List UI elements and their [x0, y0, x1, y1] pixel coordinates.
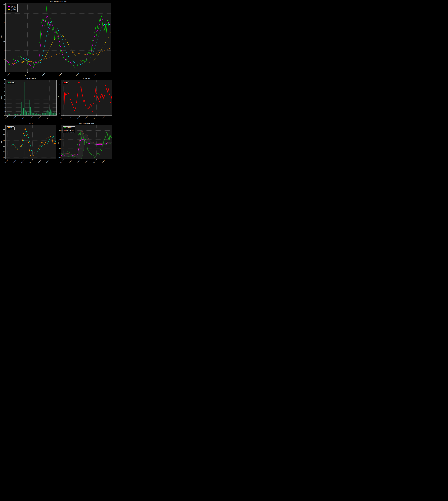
legend-item: 5-day MA — [8, 6, 16, 7]
svg-text:80: 80 — [59, 84, 61, 85]
svg-text:2025-05: 2025-05 — [93, 160, 97, 163]
svg-text:2025-03: 2025-03 — [30, 116, 33, 119]
legend-label: 50-day MA — [11, 9, 16, 10]
svg-text:2025-05: 2025-05 — [38, 160, 41, 163]
signal-swatch — [8, 129, 10, 129]
svg-text:1.50: 1.50 — [3, 31, 5, 32]
rsi-swatch — [64, 82, 65, 83]
volume-offset-label: 1e7 — [4, 79, 6, 80]
volume-title: Volume and OBV — [6, 78, 57, 79]
svg-text:2025-01: 2025-01 — [42, 73, 45, 76]
svg-text:0.0: 0.0 — [3, 146, 5, 147]
svg-text:20: 20 — [59, 113, 61, 114]
vwap-swatch — [64, 129, 65, 129]
svg-text:1.25: 1.25 — [59, 144, 61, 145]
svg-text:2025-07: 2025-07 — [101, 160, 105, 163]
svg-text:2025-01: 2025-01 — [77, 160, 80, 163]
svg-text:1.75: 1.75 — [59, 135, 61, 136]
svg-text:0.50: 0.50 — [3, 69, 5, 70]
svg-text:2025-01: 2025-01 — [77, 116, 80, 119]
price-ma-title: Price and Moving Averages — [5, 0, 111, 2]
svg-text:2025-07: 2025-07 — [93, 73, 97, 76]
svg-text:2025-01: 2025-01 — [21, 160, 25, 163]
svg-text:2024-09: 2024-09 — [60, 116, 64, 119]
svg-text:1.75: 1.75 — [3, 22, 5, 23]
svg-text:2024-11: 2024-11 — [13, 116, 16, 119]
legend-item: VWAP BB Upper — [64, 130, 74, 131]
vwap-bb-upper-swatch — [64, 130, 65, 131]
svg-text:0.50: 0.50 — [59, 157, 61, 158]
svg-text:2.00: 2.00 — [59, 130, 61, 131]
svg-text:2.00: 2.00 — [3, 13, 5, 14]
rsi-chart: 2024-092024-112025-012025-032025-052025-… — [61, 80, 112, 115]
svg-text:-0.2: -0.2 — [3, 157, 5, 158]
legend-label: RSI — [66, 82, 68, 83]
macd-title: MACD — [5, 123, 56, 124]
legend-item: Close Price — [64, 127, 74, 128]
svg-text:2024-09: 2024-09 — [7, 73, 10, 76]
svg-text:2025-05: 2025-05 — [93, 116, 97, 119]
volume-swatch — [8, 82, 10, 83]
close-price-swatch — [8, 5, 10, 5]
svg-text:70: 70 — [59, 89, 61, 90]
figure: Price and Moving Averages Price ($) 2024… — [0, 0, 112, 163]
svg-text:2025-03: 2025-03 — [85, 116, 88, 119]
price-ma-chart: 2024-092024-112025-012025-032025-052025-… — [5, 3, 111, 72]
svg-text:2024-11: 2024-11 — [13, 160, 16, 163]
50-day-ma-swatch — [8, 9, 10, 10]
svg-text:40: 40 — [59, 104, 61, 105]
svg-text:2025-01: 2025-01 — [21, 116, 25, 119]
svg-text:2: 2 — [4, 107, 5, 108]
macd-legend: MACDSignal — [7, 126, 15, 130]
svg-text:2025-03: 2025-03 — [59, 73, 62, 76]
price-ma-ylabel: Price ($) — [1, 29, 2, 45]
vwap-legend: Close PriceVWAPVWAP BB UpperVWAP BB Lowe… — [63, 126, 75, 133]
svg-text:2025-07: 2025-07 — [46, 116, 50, 119]
legend-label: 20-day MA — [11, 7, 16, 9]
200-day-ma-swatch — [8, 11, 10, 11]
legend-label: 200-day MA — [11, 10, 16, 12]
vwap-ylabel: Price ($) — [58, 134, 59, 150]
svg-text:2024-11: 2024-11 — [68, 116, 72, 119]
svg-text:1.00: 1.00 — [3, 50, 5, 51]
legend-label: VWAP — [66, 128, 69, 130]
svg-text:2024-11: 2024-11 — [24, 73, 28, 76]
legend-item: Signal — [8, 128, 14, 130]
svg-text:0.2: 0.2 — [3, 134, 5, 135]
legend-item: VWAP BB Lower — [64, 132, 74, 133]
svg-text:-0.1: -0.1 — [3, 151, 5, 152]
svg-text:2024-09: 2024-09 — [60, 160, 64, 163]
svg-text:2025-05: 2025-05 — [76, 73, 79, 76]
svg-text:0.75: 0.75 — [59, 153, 61, 154]
svg-text:6: 6 — [4, 91, 5, 92]
volume-chart: 2024-092024-112025-012025-032025-052025-… — [6, 80, 57, 115]
legend-item: Volume — [8, 82, 14, 83]
macd-ylabel: Value — [1, 134, 2, 150]
svg-text:2025-05: 2025-05 — [38, 116, 41, 119]
svg-text:2025-03: 2025-03 — [85, 160, 88, 163]
svg-text:0: 0 — [4, 115, 5, 116]
volume-legend: Volume — [7, 81, 15, 84]
20-day-ma-swatch — [8, 8, 10, 8]
legend-label: Volume — [10, 82, 14, 83]
svg-text:2024-11: 2024-11 — [68, 160, 72, 163]
5-day-ma-swatch — [8, 6, 10, 7]
volume-ylabel: Volume — [1, 90, 2, 106]
macd-swatch — [8, 127, 10, 128]
legend-item: RSI — [64, 82, 68, 83]
svg-text:4: 4 — [4, 99, 5, 100]
legend-label: MACD — [10, 127, 14, 128]
legend-item: 200-day MA — [8, 10, 16, 12]
legend-label: Close Price — [11, 4, 16, 5]
vwap-title: VWAP with Bollinger Bands — [61, 123, 112, 124]
legend-item: VWAP — [64, 128, 74, 130]
legend-item: 20-day MA — [8, 7, 16, 9]
legend-label: 5-day MA — [11, 6, 15, 7]
svg-text:2.25: 2.25 — [59, 125, 61, 126]
rsi-legend: RSI — [63, 81, 69, 84]
svg-text:2025-07: 2025-07 — [46, 160, 49, 163]
svg-text:8: 8 — [4, 83, 5, 84]
legend-label: Close Price — [66, 127, 72, 128]
svg-text:2024-09: 2024-09 — [4, 160, 8, 163]
svg-text:1.25: 1.25 — [3, 41, 5, 42]
